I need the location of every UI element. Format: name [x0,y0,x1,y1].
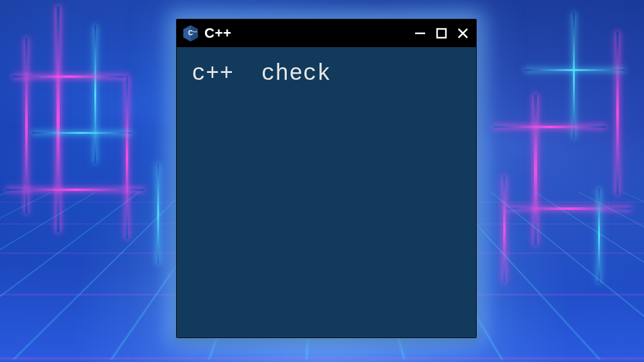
minimize-button[interactable] [413,26,427,40]
svg-text:C: C [188,29,193,36]
svg-rect-6 [437,29,446,38]
svg-text:+: + [193,30,195,33]
terminal-content[interactable]: c++ check [177,47,476,337]
terminal-window: C + + C++ c++ check [176,19,477,338]
window-controls [413,26,470,40]
maximize-button[interactable] [435,26,448,40]
cpp-hex-icon: C + + [182,25,199,42]
terminal-text: c++ check [192,61,331,87]
close-button[interactable] [456,26,470,40]
window-titlebar[interactable]: C + + C++ [177,19,476,47]
window-title: C++ [204,25,408,41]
svg-text:+: + [195,30,197,33]
